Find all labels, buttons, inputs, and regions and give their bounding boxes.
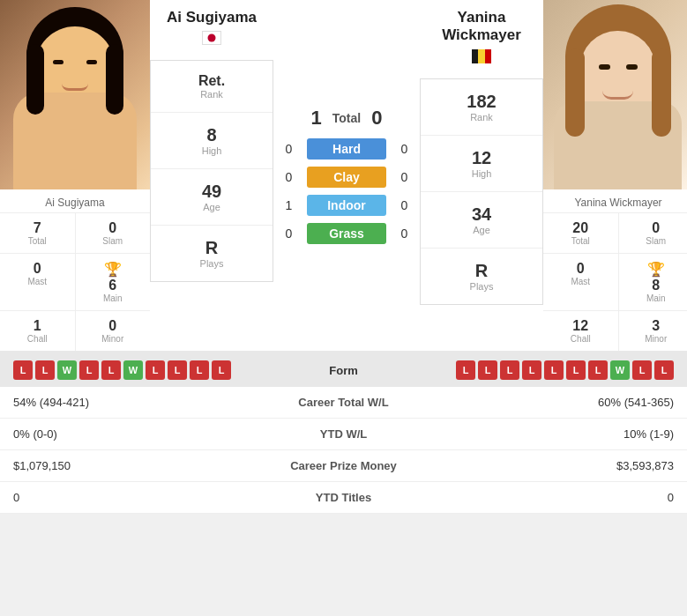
total-score-row: 1 Total 0 <box>311 107 383 130</box>
right-player-stats: 20 Total 0 Slam 0 Mast 🏆 8 Main 12 <box>543 212 687 351</box>
left-form-badge-l: L <box>35 360 55 380</box>
stats-row-1: 0% (0-0)YTD W/L10% (1-9) <box>0 419 687 450</box>
left-form-badges: LLWLLWLLLL <box>13 360 278 380</box>
stats-center-0: Career Total W/L <box>256 396 432 409</box>
right-player-photo <box>543 0 687 189</box>
right-plays-cell: R Plays <box>421 249 542 304</box>
left-form-badge-l: L <box>13 360 33 380</box>
right-player-panel: Yanina Wickmayer 20 Total 0 Slam 0 Mast … <box>543 0 687 351</box>
left-high-cell: 8 High <box>151 113 273 169</box>
stats-right-2: $3,593,873 <box>432 459 675 472</box>
stats-row-2: $1,079,150Career Prize Money$3,593,873 <box>0 450 687 482</box>
right-form-badge-w: W <box>610 360 630 380</box>
left-player-name-below: Ai Sugiyama <box>0 189 150 212</box>
left-mast-cell: 0 Mast <box>0 254 75 310</box>
left-chall-cell: 1 Chall <box>0 311 75 351</box>
left-stat-column: Ret. Rank 8 High 49 Age R Plays <box>150 60 273 282</box>
right-stat-column: 182 Rank 12 High 34 Age R Plays <box>420 78 543 305</box>
grass-score-row: 0 Grass 0 <box>278 223 415 244</box>
left-minor-cell: 0 Minor <box>76 311 151 351</box>
left-form-badge-l: L <box>168 360 187 380</box>
right-player-name-below: Yanina Wickmayer <box>543 189 687 212</box>
right-high-cell: 12 High <box>421 136 542 192</box>
form-label: Form <box>282 364 406 377</box>
right-form-badge-l: L <box>632 360 652 380</box>
stats-center-3: YTD Titles <box>256 491 432 504</box>
left-main-trophy-cell: 🏆 6 Main <box>76 254 151 310</box>
stats-row-3: 0YTD Titles0 <box>0 482 687 514</box>
right-form-badge-l: L <box>654 360 674 380</box>
stats-right-1: 10% (1-9) <box>432 427 675 441</box>
stats-left-0: 54% (494-421) <box>13 396 256 409</box>
right-age-cell: 34 Age <box>421 192 542 249</box>
right-total-cell: 20 Total <box>543 213 618 253</box>
right-player-name: Yanina Wickmayer <box>424 9 539 45</box>
right-form-badge-l: L <box>566 360 586 380</box>
clay-score-row: 0 Clay 0 <box>278 167 415 188</box>
stats-right-0: 60% (541-365) <box>432 396 675 409</box>
left-flag <box>202 31 221 48</box>
left-form-badge-l: L <box>190 360 209 380</box>
indoor-score-row: 1 Indoor 0 <box>278 195 415 216</box>
surface-scores-panel: 1 Total 0 0 Hard 0 0 Clay 0 1 Indoor 0 <box>273 0 420 351</box>
right-form-badge-l: L <box>544 360 564 380</box>
right-mast-cell: 0 Mast <box>543 254 618 310</box>
right-center-panel: Yanina Wickmayer 182 Rank 12 High <box>420 0 543 351</box>
right-form-badge-l: L <box>588 360 608 380</box>
left-plays-cell: R Plays <box>151 226 273 281</box>
left-player-name: Ai Sugiyama <box>167 9 257 26</box>
left-age-cell: 49 Age <box>151 169 273 226</box>
stats-row-0: 54% (494-421)Career Total W/L60% (541-36… <box>0 387 687 419</box>
career-stats-table: 54% (494-421)Career Total W/L60% (541-36… <box>0 387 687 514</box>
right-form-badge-l: L <box>478 360 497 380</box>
form-section: LLWLLWLLLL Form LLLLLLLWLL <box>0 353 687 387</box>
left-form-badge-w: W <box>123 360 143 380</box>
main-container: Ai Sugiyama 7 Total 0 Slam 0 Mast 🏆 <box>0 0 687 514</box>
right-form-badges: LLLLLLLWLL <box>410 360 675 380</box>
right-form-badge-l: L <box>456 360 475 380</box>
left-total-cell: 7 Total <box>0 213 75 253</box>
left-rank-cell: Ret. Rank <box>151 61 273 113</box>
right-rank-cell: 182 Rank <box>421 79 542 136</box>
hard-score-row: 0 Hard 0 <box>278 138 415 160</box>
left-form-badge-l: L <box>79 360 99 380</box>
left-center-panel: Ai Sugiyama Ret. Rank 8 High 49 Age <box>150 0 273 351</box>
stats-center-1: YTD W/L <box>256 427 432 441</box>
right-main-trophy-cell: 🏆 8 Main <box>619 254 688 310</box>
right-slam-cell: 0 Slam <box>619 213 688 253</box>
left-player-photo <box>0 0 150 189</box>
player-comparison-header: Ai Sugiyama 7 Total 0 Slam 0 Mast 🏆 <box>0 0 687 353</box>
left-slam-cell: 0 Slam <box>76 213 151 253</box>
stats-left-1: 0% (0-0) <box>13 427 256 441</box>
stats-right-3: 0 <box>432 491 675 504</box>
left-form-badge-l: L <box>212 360 231 380</box>
right-form-badge-l: L <box>522 360 541 380</box>
left-form-badge-l: L <box>101 360 121 380</box>
right-chall-cell: 12 Chall <box>543 311 618 351</box>
left-player-stats: 7 Total 0 Slam 0 Mast 🏆 6 Main 1 <box>0 212 150 351</box>
left-form-badge-l: L <box>146 360 165 380</box>
right-form-badge-l: L <box>500 360 519 380</box>
stats-left-3: 0 <box>13 491 256 504</box>
right-flag <box>472 49 491 67</box>
left-player-panel: Ai Sugiyama 7 Total 0 Slam 0 Mast 🏆 <box>0 0 150 351</box>
right-minor-cell: 3 Minor <box>619 311 688 351</box>
stats-left-2: $1,079,150 <box>13 459 256 472</box>
stats-center-2: Career Prize Money <box>256 459 432 472</box>
left-form-badge-w: W <box>57 360 77 380</box>
